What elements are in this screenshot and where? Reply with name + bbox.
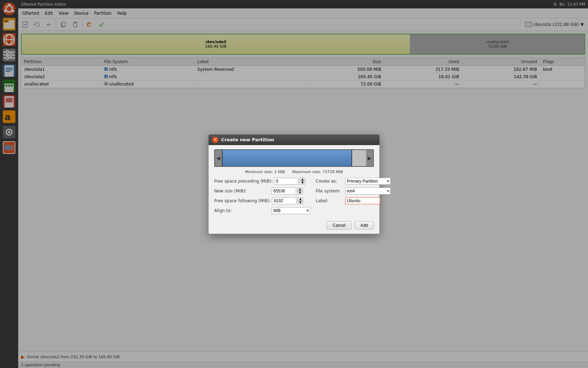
label-row: Label:: [316, 197, 391, 204]
file-system-select-wrap: ext4 ext3 ext2 ntfs fat32 linux-swap: [345, 188, 391, 195]
free-space-following-row: Free space following (MiB): ▲ ▼: [214, 197, 310, 204]
fol-spinner-up[interactable]: ▲: [298, 197, 303, 201]
free-space-preceding-row: Free space preceding (MiB): ▲ ▼: [214, 178, 310, 185]
slider-right-arrow[interactable]: ▶: [366, 150, 373, 166]
slider-left-arrow[interactable]: ◀: [215, 150, 222, 166]
form-grid: Free space preceding (MiB): ▲ ▼ New size…: [214, 178, 374, 214]
new-size-input[interactable]: [272, 188, 296, 195]
free-space-following-spinner: ▲ ▼: [298, 197, 303, 204]
fol-spinner-down[interactable]: ▼: [298, 201, 303, 204]
modal-header: ✕ Create new Partition: [209, 135, 379, 145]
file-system-select[interactable]: ext4 ext3 ext2 ntfs fat32 linux-swap: [345, 188, 391, 195]
free-space-preceding-label: Free space preceding (MiB):: [214, 179, 273, 184]
min-size-label: Minimum size: 1 MiB: [245, 170, 285, 174]
new-size-label: New size (MiB):: [214, 189, 270, 193]
cancel-button[interactable]: Cancel: [327, 221, 351, 230]
spinner-down[interactable]: ▼: [300, 181, 305, 185]
create-as-label: Create as:: [316, 179, 344, 184]
partition-slider: ◀ ▶: [214, 149, 374, 167]
create-partition-dialog: ✕ Create new Partition ◀ ▶ Minimum size:…: [208, 134, 380, 234]
size-info: Minimum size: 1 MiB Maximum size: 73728 …: [214, 170, 374, 174]
modal-body: ◀ ▶ Minimum size: 1 MiB Maximum size: 73…: [209, 145, 379, 218]
modal-overlay: ✕ Create new Partition ◀ ▶ Minimum size:…: [0, 0, 588, 368]
new-size-row: New size (MiB): ▲ ▼: [214, 188, 310, 195]
modal-title: Create new Partition: [221, 137, 274, 142]
align-to-select[interactable]: MiB Cylinder None: [272, 207, 310, 214]
free-space-following-label: Free space following (MiB):: [214, 198, 271, 203]
label-input[interactable]: [345, 197, 380, 204]
create-as-row: Create as: Primary Partition Extended Pa…: [316, 178, 391, 185]
new-size-spinner-down[interactable]: ▼: [297, 191, 303, 195]
modal-close-button[interactable]: ✕: [212, 137, 218, 143]
create-as-select-wrap: Primary Partition Extended Partition Log…: [345, 178, 391, 185]
max-size-label: Maximum size: 73728 MiB: [292, 170, 343, 174]
align-to-label: Align to:: [214, 208, 270, 213]
free-space-preceding-spinner: ▲ ▼: [300, 178, 305, 185]
new-size-spinner: ▲ ▼: [297, 188, 303, 195]
add-button[interactable]: Add: [355, 221, 374, 230]
align-to-select-wrap: MiB Cylinder None: [272, 207, 310, 214]
align-to-row: Align to: MiB Cylinder None: [214, 207, 310, 214]
form-right: Create as: Primary Partition Extended Pa…: [316, 178, 391, 214]
free-space-preceding-input[interactable]: [274, 178, 299, 185]
spinner-up[interactable]: ▲: [300, 178, 305, 181]
modal-footer: Cancel Add: [209, 218, 379, 234]
slider-remaining-space: [352, 150, 366, 166]
create-as-select[interactable]: Primary Partition Extended Partition Log…: [345, 178, 391, 185]
slider-fill[interactable]: [222, 150, 352, 166]
form-left: Free space preceding (MiB): ▲ ▼ New size…: [214, 178, 310, 214]
new-size-spinner-up[interactable]: ▲: [297, 188, 303, 191]
label-field-label: Label:: [316, 198, 344, 203]
file-system-row: File system: ext4 ext3 ext2 ntfs fat32 l…: [316, 188, 391, 195]
file-system-label: File system:: [316, 189, 344, 193]
free-space-following-input[interactable]: [272, 197, 296, 204]
